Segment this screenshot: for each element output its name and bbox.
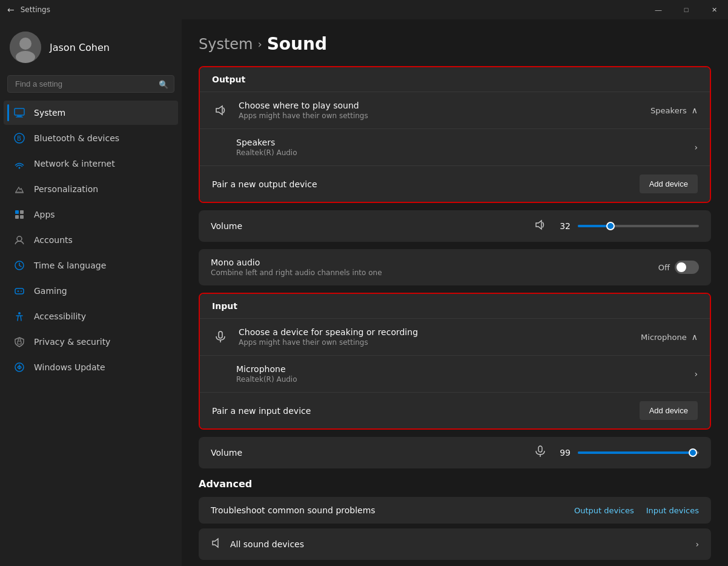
output-volume-fill xyxy=(578,225,611,227)
breadcrumb-arrow: › xyxy=(258,38,262,50)
choose-output-row[interactable]: Choose where to play sound Apps might ha… xyxy=(200,92,710,128)
close-button[interactable]: ✕ xyxy=(700,0,728,19)
input-volume-label: Volume xyxy=(211,448,527,458)
sidebar-label-privacy: Privacy & security xyxy=(34,337,110,347)
chevron-up-icon: ∧ xyxy=(692,105,698,115)
mono-toggle-knob xyxy=(677,262,686,272)
minimize-button[interactable]: — xyxy=(644,0,672,19)
gaming-icon xyxy=(13,285,25,297)
svg-point-16 xyxy=(21,291,22,292)
choose-output-content: Choose where to play sound Apps might ha… xyxy=(239,101,641,120)
input-volume-thumb[interactable] xyxy=(689,448,697,457)
output-volume-row: Volume 32 xyxy=(199,210,711,242)
speakers-row[interactable]: Speakers Realtek(R) Audio › xyxy=(200,128,710,165)
system-icon xyxy=(13,107,25,119)
svg-point-13 xyxy=(17,236,22,241)
output-volume-label: Volume xyxy=(211,221,527,231)
sidebar-item-privacy[interactable]: Privacy & security xyxy=(4,330,178,354)
windows-update-icon xyxy=(13,361,25,373)
output-section: Output Choose where to play sound Apps m… xyxy=(199,66,711,203)
svg-point-17 xyxy=(18,312,21,315)
sidebar-item-bluetooth[interactable]: B Bluetooth & devices xyxy=(4,126,178,150)
all-sound-icon xyxy=(211,537,223,551)
search-icon: 🔍 xyxy=(159,79,168,88)
input-devices-link[interactable]: Input devices xyxy=(646,506,699,515)
pair-output-title: Pair a new output device xyxy=(212,179,630,189)
choose-input-value: Microphone ∧ xyxy=(641,332,698,342)
choose-output-value: Speakers ∧ xyxy=(650,105,698,115)
sidebar-item-gaming[interactable]: Gaming xyxy=(4,279,178,303)
maximize-button[interactable]: □ xyxy=(672,0,700,19)
sidebar-item-apps[interactable]: Apps xyxy=(4,202,178,227)
speakers-subtitle: Realtek(R) Audio xyxy=(236,148,684,157)
sidebar-label-windows-update: Windows Update xyxy=(34,362,105,372)
output-volume-slider[interactable] xyxy=(578,225,699,227)
mono-audio-content: Mono audio Combine left and right audio … xyxy=(211,258,658,277)
input-header: Input xyxy=(200,294,710,318)
svg-rect-5 xyxy=(16,117,23,118)
input-volume-row: Volume 99 xyxy=(199,437,711,468)
titlebar-left: ← Settings xyxy=(7,5,50,15)
svg-point-8 xyxy=(19,167,21,169)
input-volume-slider[interactable] xyxy=(578,451,699,454)
titlebar: ← Settings — □ ✕ xyxy=(0,0,728,19)
sidebar-item-time[interactable]: Time & language xyxy=(4,253,178,278)
volume-input-icon xyxy=(534,445,546,460)
sidebar-label-accounts: Accounts xyxy=(34,235,73,245)
sidebar-item-accessibility[interactable]: Accessibility xyxy=(4,304,178,328)
choose-output-subtitle: Apps might have their own settings xyxy=(239,112,641,120)
input-volume-value: 99 xyxy=(554,448,571,458)
sidebar-item-accounts[interactable]: Accounts xyxy=(4,228,178,252)
svg-rect-12 xyxy=(20,215,24,219)
sidebar-item-network[interactable]: Network & internet xyxy=(4,151,178,176)
search-box: 🔍 xyxy=(7,75,174,93)
output-devices-link[interactable]: Output devices xyxy=(574,506,634,515)
titlebar-title: Settings xyxy=(21,5,50,14)
volume-output-icon xyxy=(534,219,546,233)
sidebar-item-system[interactable]: System xyxy=(4,101,178,125)
pair-input-title: Pair a new input device xyxy=(212,406,630,416)
microphone-row[interactable]: Microphone Realtek(R) Audio › xyxy=(200,355,710,392)
all-sound-title: All sound devices xyxy=(230,539,695,549)
time-icon xyxy=(13,259,25,271)
speakers-content: Speakers Realtek(R) Audio xyxy=(236,138,684,157)
mono-toggle-container: Off xyxy=(658,261,699,274)
mono-toggle[interactable] xyxy=(675,261,699,274)
choose-input-title: Choose a device for speaking or recordin… xyxy=(239,327,631,337)
sidebar: Jason Cohen 🔍 System B xyxy=(0,19,182,566)
add-output-device-button[interactable]: Add device xyxy=(640,175,698,193)
personalization-icon xyxy=(13,183,25,195)
sidebar-item-windows-update[interactable]: Windows Update xyxy=(4,355,178,379)
all-sound-row[interactable]: All sound devices › xyxy=(199,528,711,560)
svg-rect-4 xyxy=(17,116,22,117)
avatar-icon xyxy=(10,32,41,63)
troubleshoot-title: Troubleshoot common sound problems xyxy=(211,505,574,515)
mono-audio-row: Mono audio Combine left and right audio … xyxy=(199,249,711,285)
breadcrumb-parent: System xyxy=(199,36,253,53)
sidebar-item-personalization[interactable]: Personalization xyxy=(4,177,178,201)
choose-input-row[interactable]: Choose a device for speaking or recordin… xyxy=(200,318,710,355)
svg-rect-18 xyxy=(18,341,21,344)
sidebar-label-bluetooth: Bluetooth & devices xyxy=(34,133,119,143)
search-input[interactable] xyxy=(7,75,174,93)
microphone-subtitle: Realtek(R) Audio xyxy=(236,375,684,384)
chevron-right-mic-icon: › xyxy=(694,369,698,379)
svg-rect-3 xyxy=(15,108,24,115)
pair-input-row: Pair a new input device Add device xyxy=(200,392,710,428)
user-section: Jason Cohen xyxy=(0,24,182,73)
chevron-right-all-sound: › xyxy=(695,539,699,549)
add-input-device-button[interactable]: Add device xyxy=(640,401,698,420)
speakers-title: Speakers xyxy=(236,138,684,147)
choose-input-subtitle: Apps might have their own settings xyxy=(239,338,631,347)
svg-rect-11 xyxy=(15,215,19,219)
sidebar-label-gaming: Gaming xyxy=(34,286,67,296)
pair-input-content: Pair a new input device xyxy=(212,406,630,416)
breadcrumb-current: Sound xyxy=(267,34,327,54)
sidebar-label-apps: Apps xyxy=(34,210,55,219)
back-icon[interactable]: ← xyxy=(7,5,15,15)
microphone-title: Microphone xyxy=(236,364,684,374)
output-volume-thumb[interactable] xyxy=(606,222,615,230)
user-name: Jason Cohen xyxy=(50,42,110,53)
output-volume-card: Volume 32 xyxy=(199,210,711,242)
titlebar-controls: — □ ✕ xyxy=(644,0,728,19)
